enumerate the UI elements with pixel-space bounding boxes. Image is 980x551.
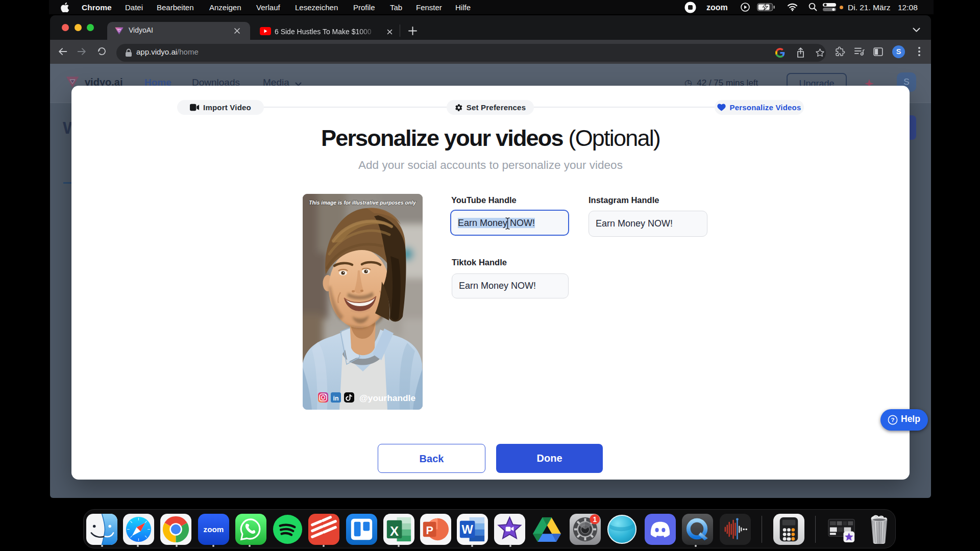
svg-text:This image is for illustrative: This image is for illustrative purposes … (309, 200, 416, 206)
svg-text:X: X (390, 524, 399, 538)
svg-text:P: P (426, 524, 433, 537)
svg-text:1: 1 (593, 516, 597, 523)
svg-text:@yourhandle: @yourhandle (359, 393, 415, 403)
svg-text:?: ? (891, 417, 894, 423)
svg-text:in: in (333, 395, 338, 402)
svg-text:W: W (461, 523, 473, 536)
svg-text:zoom: zoom (203, 525, 224, 534)
